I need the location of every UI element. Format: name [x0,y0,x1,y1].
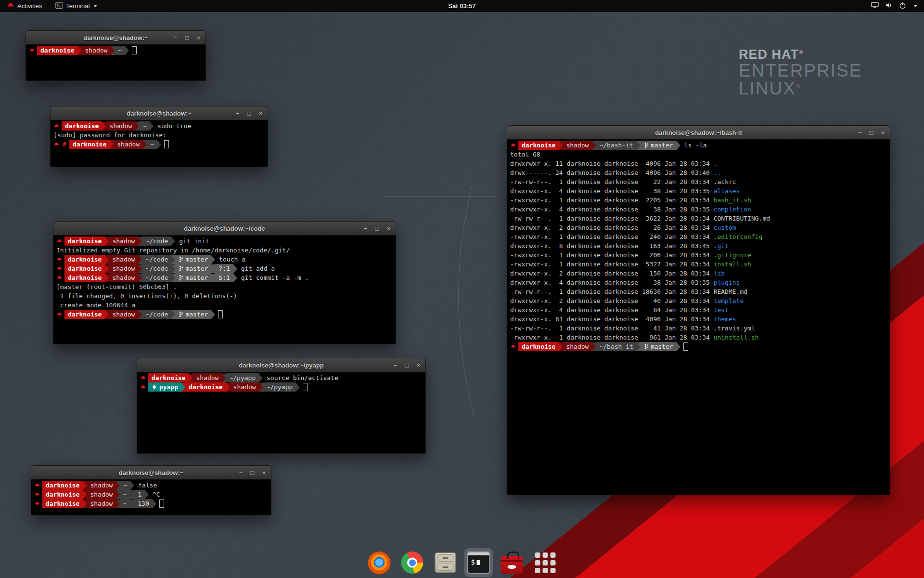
prompt-segment-git: master [175,273,211,282]
terminal-output: drwx------. 24 darknoise darknoise 4096 … [510,169,714,176]
file-name: .. [714,169,721,176]
file-name: README.md [714,288,747,295]
terminal-screen[interactable]: darknoiseshadow~ sudo true[sudo] passwor… [50,120,268,167]
terminal-line: darknoiseshadow~/code git init [55,236,394,246]
window-titlebar[interactable]: darknoise@shadow:~/code−□× [53,221,396,236]
file-name: CONTRIBUTING.md [714,215,770,222]
powerline-separator [83,481,87,490]
powerline-separator [110,140,114,149]
terminal-screen[interactable]: darknoiseshadow~/code git initInitialize… [53,236,396,344]
window-maximize-button[interactable]: □ [184,35,190,41]
window-maximize-button[interactable]: □ [246,110,252,117]
terminal-cursor [159,499,164,508]
prompt-segment-host: shadow [563,141,592,150]
window-controls: −□× [234,106,264,120]
app-menu-terminal[interactable]: Terminal [52,0,100,12]
window-close-button[interactable]: × [415,362,422,368]
powerline-separator [102,122,106,131]
terminal-line: darknoiseshadow~/pyapp source bin/activa… [139,373,424,382]
window-close-button[interactable]: × [261,470,267,476]
powerline-separator [233,264,237,273]
terminal-window-home-exit: darknoise@shadow:~−□×darknoiseshadow~ fa… [31,465,271,515]
window-close-button[interactable]: × [385,225,392,232]
terminal-line: total 68 [509,150,888,159]
window-minimize-button[interactable]: − [234,110,241,117]
window-minimize-button[interactable]: − [172,35,179,41]
terminal-screen[interactable]: darknoiseshadow~/pyapp source bin/activa… [137,372,426,454]
terminal-output: drwxrwxr-x. 4 darknoise darknoise 38 Jan… [510,206,714,213]
file-name: . [714,160,718,167]
window-titlebar[interactable]: darknoise@shadow:~−□× [31,465,271,480]
terminal-line: darknoiseshadow~/codemaster?:1 git add a [55,264,394,273]
prompt-segment-path: ~ [120,481,130,490]
dock-item-files[interactable] [433,550,458,575]
file-name: .travis.yml [714,325,755,332]
dock-item-firefox[interactable] [367,550,392,575]
prompt-segment-user: darknoise [518,342,559,351]
terminal-line: darknoiseshadow~ sudo true [52,121,266,131]
window-title: darknoise@shadow:~ [31,469,271,476]
window-close-button[interactable]: × [880,130,886,136]
dock-item-chrome[interactable] [400,550,425,575]
window-maximize-button[interactable]: □ [868,130,874,136]
powerline-separator [105,255,109,264]
system-status-area[interactable] [871,2,924,11]
prompt-segment-host: shadow [87,499,116,508]
window-close-button[interactable]: × [257,110,264,117]
prompt-segment-path: ~/code [142,236,171,246]
dock-item-show-applications[interactable] [533,550,558,575]
terminal-screen[interactable]: darknoiseshadow~/bash-itmaster ls -latot… [507,140,890,495]
prompt-segment-host: shadow [563,342,592,351]
prompt-segment-venv: pyapp [148,382,181,392]
window-controls: −□× [392,358,422,372]
prompt-segment-path: ~ [120,490,130,499]
terminal-screen[interactable]: darknoiseshadow~ [26,45,206,81]
redhat-prompt-icon [510,142,518,148]
prompt-segment-path: ~ [120,499,130,508]
window-titlebar[interactable]: darknoise@shadow:~−□× [26,30,206,45]
prompt-segment-path: ~/pyapp [226,373,259,382]
window-minimize-button[interactable]: − [238,470,244,476]
command-text: ^C [149,491,160,498]
window-maximize-button[interactable]: □ [404,362,410,368]
redhat-prompt-icon [510,343,518,350]
terminal-output: total 68 [510,151,540,158]
window-titlebar[interactable]: darknoise@shadow:~/bash-it−□× [507,125,890,140]
desktop[interactable]: RED HAT® ENTERPRISE LINUX® darknoise@sha… [0,0,924,578]
powerline-separator [637,141,641,150]
window-minimize-button[interactable]: − [392,362,398,368]
terminal-line: drwxrwxr-x. 4 darknoise darknoise 38 Jan… [509,186,888,196]
window-title: darknoise@shadow:~/code [53,225,396,232]
terminal-line: drwx------. 24 darknoise darknoise 4096 … [509,168,888,177]
window-minimize-button[interactable]: − [857,130,863,136]
clock[interactable]: Sat 03:57 [448,2,475,10]
file-name: custom [714,224,736,231]
git-branch-icon [179,256,183,263]
activities-button[interactable]: Activities [4,0,45,12]
chrome-icon [401,552,424,574]
terminal-screen[interactable]: darknoiseshadow~ falsedarknoiseshadow~1 … [31,480,271,515]
prompt-segment-host: shadow [230,382,259,392]
window-titlebar[interactable]: darknoise@shadow:~−□× [50,106,268,120]
power-icon [899,2,906,11]
window-maximize-button[interactable]: □ [374,225,380,232]
file-name: bash_it.sh [714,197,751,204]
dock-item-toolbox[interactable] [500,550,525,575]
powerline-separator [153,499,156,508]
powerline-separator [296,383,300,392]
file-name: .editorconfig [714,233,763,240]
window-titlebar[interactable]: darknoise@shadow:~/pyapp−□× [137,358,426,372]
chevron-down-icon [913,5,917,7]
window-close-button[interactable]: × [195,35,202,41]
window-maximize-button[interactable]: □ [249,470,256,476]
prompt-segment-user: darknoise [518,141,559,150]
powerline-separator [171,274,175,282]
prompt-segment-exit: 1 [134,490,145,499]
prompt-segment-gitstat: ?:1 [215,264,233,273]
powerline-separator [677,342,680,351]
dock-item-terminal[interactable]: $ [466,550,491,575]
prompt-segment-host: shadow [81,46,111,55]
window-minimize-button[interactable]: − [362,225,369,232]
powerline-separator [637,342,641,351]
redhat-prompt-icon [140,375,148,381]
